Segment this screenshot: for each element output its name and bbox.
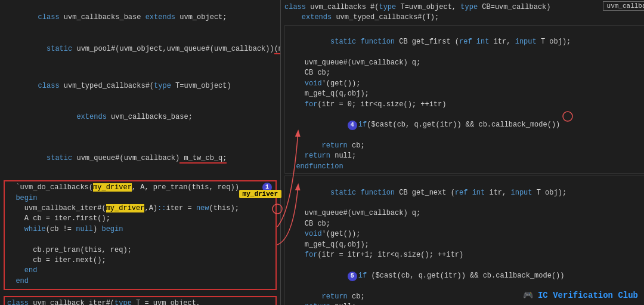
watermark-text: IC Verification Club <box>538 291 638 300</box>
main-container: class uvm_callbacks_base extends uvm_obj… <box>0 0 644 305</box>
line-typed-extends: extends uvm_callbacks_base; <box>4 102 277 133</box>
line-class-base: class uvm_callbacks_base extends uvm_obj… <box>4 2 277 33</box>
circle-4: 4 <box>348 121 357 130</box>
kw-class: class <box>38 13 64 21</box>
right-panel: uvm_callbacks class uvm_callbacks #(type… <box>280 0 644 305</box>
left-panel: class uvm_callbacks_base extends uvm_obj… <box>0 0 280 305</box>
right-title: uvm_callbacks <box>603 1 644 11</box>
do-callbacks-box: 1 `uvm_do_callbacks(my_driver, A, pre_tr… <box>4 180 277 290</box>
top-section: class uvm_callbacks_base extends uvm_obj… <box>4 2 277 64</box>
right-class-header: class uvm_callbacks #(type T=uvm_object,… <box>284 2 644 23</box>
circle-5: 5 <box>348 272 357 281</box>
get-first-block: static function CB get_first (ref int it… <box>284 25 644 174</box>
line-typed-static <box>4 133 277 143</box>
line-typed-class: class uvm_typed_callbacks#(type T=uvm_ob… <box>4 70 277 101</box>
my-driver-label: my_driver <box>239 190 281 198</box>
get-next-block: static function CB get_next (ref int itr… <box>284 175 644 305</box>
watermark: 🎮 IC Verification Club <box>523 290 638 300</box>
line-static-pool: static uvm_pool#(uvm_object,uvm_queue#(u… <box>4 33 277 64</box>
typed-callbacks-block: class uvm_typed_callbacks#(type T=uvm_ob… <box>4 70 277 174</box>
line-m-tw: static uvm_queue#(uvm_callback) m_tw_cb_… <box>4 143 277 174</box>
iter-class-box: class uvm_callback_iter#(type T = uvm_ob… <box>4 296 277 305</box>
